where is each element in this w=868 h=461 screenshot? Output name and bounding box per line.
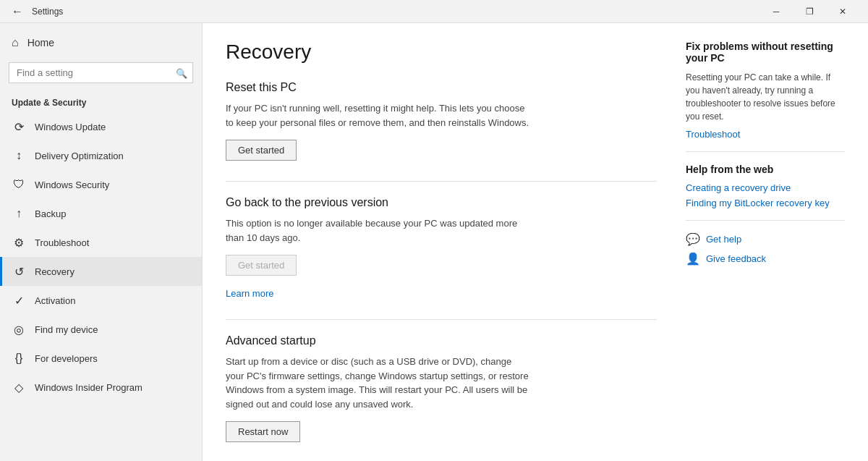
sidebar-item-label-activation: Activation (35, 295, 75, 306)
sidebar-nav: ⟳Windows Update↕Delivery Optimization🛡Wi… (0, 112, 202, 402)
backup-icon: ↑ (12, 206, 26, 221)
sidebar-item-windows-security[interactable]: 🛡Windows Security (0, 170, 202, 199)
go-back-button[interactable]: Get started (226, 255, 297, 276)
right-divider-2 (686, 220, 845, 221)
sidebar-item-label-delivery-optimization: Delivery Optimization (35, 151, 124, 161)
sidebar-section-label: Update & Security (0, 89, 202, 112)
main-content: Recovery Reset this PC If your PC isn't … (203, 23, 868, 461)
reset-pc-button[interactable]: Get started (226, 140, 297, 161)
content-left: Recovery Reset this PC If your PC isn't … (226, 41, 657, 444)
advanced-startup-title: Advanced startup (226, 334, 657, 347)
divider-2 (226, 319, 657, 320)
recovery-icon: ↺ (12, 264, 26, 279)
sidebar-item-label-windows-security: Windows Security (35, 179, 109, 190)
fix-section-title: Fix problems without resetting your PC (686, 41, 845, 64)
search-input[interactable] (9, 62, 193, 83)
give-feedback-icon: 👤 (686, 252, 700, 266)
close-button[interactable]: ✕ (826, 0, 859, 23)
sidebar-item-label-backup: Backup (35, 208, 66, 219)
delivery-optimization-icon: ↕ (12, 148, 26, 163)
troubleshoot-icon: ⚙ (12, 235, 26, 250)
divider-1 (226, 181, 657, 182)
search-box: 🔍 (9, 62, 193, 83)
creating-recovery-drive-link[interactable]: Creating a recovery drive (686, 182, 845, 193)
sidebar-item-find-my-device[interactable]: ◎Find my device (0, 315, 202, 344)
go-back-title: Go back to the previous version (226, 196, 657, 209)
titlebar-title: Settings (32, 7, 760, 17)
restart-now-button[interactable]: Restart now (226, 421, 300, 442)
app-body: ⌂ Home 🔍 Update & Security ⟳Windows Upda… (0, 23, 868, 461)
give-feedback-row[interactable]: 👤 Give feedback (686, 252, 845, 266)
sidebar-home-label: Home (27, 37, 54, 48)
find-my-device-icon: ◎ (12, 322, 26, 337)
titlebar: ← Settings ─ ❐ ✕ (0, 0, 868, 23)
sidebar-item-label-find-my-device: Find my device (35, 324, 98, 335)
section-go-back: Go back to the previous version This opt… (226, 196, 657, 299)
home-icon: ⌂ (12, 36, 19, 49)
activation-icon: ✓ (12, 293, 26, 308)
sidebar-item-label-troubleshoot: Troubleshoot (35, 237, 89, 248)
right-divider-1 (686, 151, 845, 152)
sidebar-item-for-developers[interactable]: {}For developers (0, 344, 202, 373)
get-help-link[interactable]: Get help (706, 234, 741, 245)
get-help-icon: 💬 (686, 232, 700, 246)
sidebar-item-troubleshoot[interactable]: ⚙Troubleshoot (0, 228, 202, 257)
get-help-row[interactable]: 💬 Get help (686, 232, 845, 246)
sidebar-item-backup[interactable]: ↑Backup (0, 199, 202, 228)
windows-update-icon: ⟳ (12, 119, 26, 134)
search-icon: 🔍 (176, 67, 187, 78)
sidebar-item-label-windows-insider: Windows Insider Program (35, 382, 142, 393)
window-controls: ─ ❐ ✕ (760, 0, 859, 23)
reset-pc-desc: If your PC isn't running well, resetting… (226, 101, 529, 130)
reset-pc-title: Reset this PC (226, 81, 657, 94)
windows-insider-icon: ◇ (12, 380, 26, 394)
advanced-startup-desc: Start up from a device or disc (such as … (226, 355, 529, 411)
sidebar: ⌂ Home 🔍 Update & Security ⟳Windows Upda… (0, 23, 203, 461)
learn-more-link[interactable]: Learn more (226, 288, 273, 299)
windows-security-icon: 🛡 (12, 177, 26, 192)
maximize-button[interactable]: ❐ (793, 0, 826, 23)
fix-section-desc: Resetting your PC can take a while. If y… (686, 71, 845, 123)
minimize-button[interactable]: ─ (760, 0, 793, 23)
sidebar-item-delivery-optimization[interactable]: ↕Delivery Optimization (0, 141, 202, 170)
section-reset-pc: Reset this PC If your PC isn't running w… (226, 81, 657, 161)
troubleshoot-link[interactable]: Troubleshoot (686, 129, 845, 140)
back-button[interactable]: ← (9, 3, 26, 20)
sidebar-item-label-for-developers: For developers (35, 353, 98, 364)
go-back-desc: This option is no longer available becau… (226, 216, 529, 245)
section-advanced-startup: Advanced startup Start up from a device … (226, 334, 657, 442)
page-title: Recovery (226, 41, 657, 64)
sidebar-item-label-recovery: Recovery (35, 266, 75, 277)
sidebar-item-windows-insider[interactable]: ◇Windows Insider Program (0, 373, 202, 402)
finding-bitlocker-link[interactable]: Finding my BitLocker recovery key (686, 198, 845, 208)
help-section-title: Help from the web (686, 164, 845, 175)
sidebar-item-activation[interactable]: ✓Activation (0, 286, 202, 315)
give-feedback-link[interactable]: Give feedback (706, 253, 766, 264)
sidebar-item-label-windows-update: Windows Update (35, 122, 106, 132)
sidebar-item-windows-update[interactable]: ⟳Windows Update (0, 112, 202, 141)
for-developers-icon: {} (12, 351, 26, 365)
sidebar-item-recovery[interactable]: ↺Recovery (0, 257, 202, 286)
content-right: Fix problems without resetting your PC R… (686, 41, 845, 444)
sidebar-item-home[interactable]: ⌂ Home (0, 29, 202, 56)
